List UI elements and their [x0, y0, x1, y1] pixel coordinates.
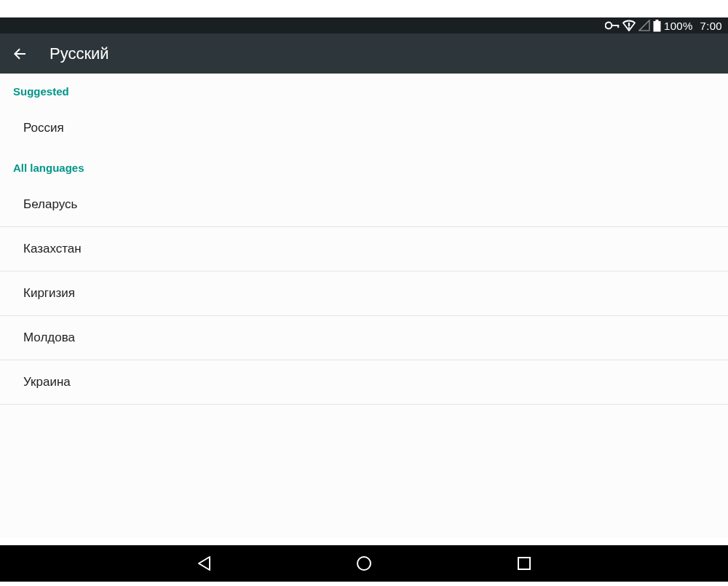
nav-recents-button[interactable]: [513, 553, 535, 574]
divider: [0, 404, 728, 405]
battery-percent-text: 100%: [664, 20, 693, 32]
svg-rect-5: [654, 21, 661, 32]
list-item[interactable]: Киргизия: [0, 272, 728, 315]
nav-bar-area: [0, 538, 728, 582]
list-item[interactable]: Молдова: [0, 316, 728, 360]
app-bar: Русский: [0, 33, 728, 74]
wifi-icon: [622, 20, 636, 31]
svg-point-7: [357, 557, 371, 570]
section-header-suggested: Suggested: [0, 74, 728, 106]
app-bar-title: Русский: [50, 44, 109, 63]
status-bar: 100% 7:00: [0, 17, 728, 33]
svg-rect-2: [617, 25, 619, 28]
nav-separator: [0, 538, 728, 545]
list-item[interactable]: Беларусь: [0, 183, 728, 226]
bottom-gap: [0, 582, 728, 586]
nav-back-button[interactable]: [193, 553, 215, 574]
section-header-all: All languages: [0, 150, 728, 183]
list-item[interactable]: Россия: [0, 106, 728, 150]
language-list[interactable]: Suggested Россия All languages Беларусь …: [0, 74, 728, 538]
top-gap: [0, 0, 728, 17]
clock-text: 7:00: [700, 20, 722, 32]
battery-icon: [653, 20, 661, 32]
back-button[interactable]: [10, 44, 29, 63]
circle-home-icon: [355, 555, 373, 572]
screen: 100% 7:00 Русский Suggested Россия All l…: [0, 0, 728, 586]
svg-rect-6: [656, 20, 659, 22]
navigation-bar: [0, 545, 728, 582]
svg-rect-3: [628, 23, 630, 26]
triangle-back-icon: [196, 555, 212, 572]
nav-home-button[interactable]: [353, 553, 375, 574]
svg-rect-4: [628, 27, 630, 28]
svg-point-0: [606, 23, 612, 29]
vpn-key-icon: [605, 21, 620, 30]
list-item[interactable]: Украина: [0, 360, 728, 404]
arrow-left-icon: [11, 45, 28, 63]
svg-rect-8: [518, 558, 530, 569]
list-item[interactable]: Казахстан: [0, 227, 728, 271]
cellular-signal-icon: [638, 20, 650, 31]
square-recents-icon: [516, 555, 532, 571]
